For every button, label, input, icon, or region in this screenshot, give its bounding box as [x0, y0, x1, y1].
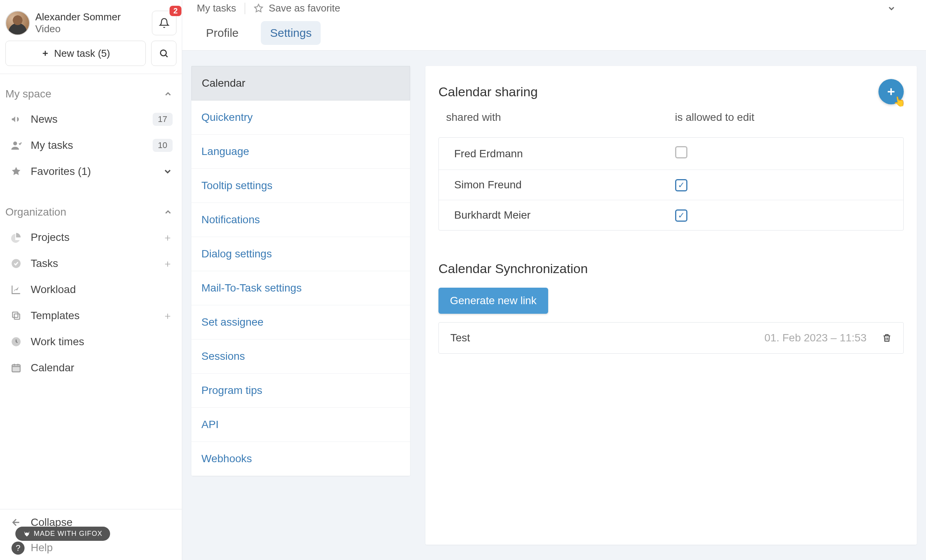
breadcrumb-root[interactable]: My tasks [197, 2, 236, 14]
avatar[interactable] [5, 11, 30, 35]
nav-label: Work times [31, 336, 173, 348]
calendar-icon [9, 361, 23, 375]
sync-title: Calendar Synchronization [438, 261, 904, 276]
separator [245, 3, 245, 14]
plus-icon[interactable]: ＋ [163, 231, 173, 244]
edit-checkbox[interactable]: ✓ [675, 209, 687, 222]
user-icon [9, 138, 23, 152]
sidebar-item-worktimes[interactable]: Work times [0, 329, 182, 355]
chevron-down-icon [163, 166, 173, 176]
notifications-badge: 2 [170, 6, 181, 16]
check-circle-icon [9, 257, 23, 270]
new-task-label: New task (5) [54, 48, 110, 59]
nav-label: My tasks [31, 139, 145, 152]
main: My tasks Save as favorite Profile Settin… [182, 0, 926, 560]
star-outline-icon [254, 3, 264, 13]
settings-nav-quickentry[interactable]: Quickentry [191, 100, 410, 135]
add-sharing-button[interactable]: 👆 [878, 79, 904, 104]
star-icon [9, 165, 23, 178]
nav-label: Tasks [31, 257, 155, 270]
sharing-title: Calendar sharing [438, 84, 538, 99]
user-subtitle: Video [35, 23, 147, 35]
sync-time: 01. Feb 2023 – 11:53 [765, 332, 867, 344]
search-icon [159, 48, 169, 58]
section-org-header[interactable]: Organization [0, 200, 182, 224]
svg-rect-3 [14, 314, 20, 319]
notifications-button[interactable]: 2 [152, 11, 176, 35]
sidebar-item-mytasks[interactable]: My tasks 10 [0, 132, 182, 158]
copy-icon [9, 309, 23, 323]
settings-nav-notifications[interactable]: Notifications [191, 203, 410, 237]
trash-icon[interactable] [882, 333, 892, 343]
section-myspace-header[interactable]: My space [0, 82, 182, 106]
settings-nav-sessions[interactable]: Sessions [191, 339, 410, 374]
nav-badge: 17 [153, 113, 173, 126]
sidebar-item-projects[interactable]: Projects ＋ [0, 224, 182, 250]
share-row: Burkhardt Meier✓ [439, 200, 903, 230]
new-task-button[interactable]: New task (5) [5, 41, 146, 66]
settings-nav-language[interactable]: Language [191, 135, 410, 169]
sync-name: Test [450, 332, 470, 344]
share-row: Fred Erdmann [439, 138, 903, 170]
chevron-down-icon[interactable] [887, 4, 896, 13]
user-name: Alexander Sommer [35, 11, 147, 23]
share-name: Burkhardt Meier [454, 209, 667, 221]
share-name: Simon Freund [454, 179, 667, 191]
sidebar-item-templates[interactable]: Templates ＋ [0, 303, 182, 329]
nav-badge: 10 [153, 139, 173, 152]
tab-profile[interactable]: Profile [197, 21, 248, 45]
top-bar: My tasks Save as favorite Profile Settin… [182, 0, 926, 51]
col-shared-with: shared with [446, 111, 667, 124]
edit-checkbox[interactable] [675, 146, 687, 158]
fox-icon [23, 530, 31, 538]
nav-label: Templates [31, 310, 155, 322]
nav-label: Workload [31, 283, 173, 296]
sync-list: Test01. Feb 2023 – 11:53 [438, 322, 904, 354]
nav-label: Projects [31, 231, 155, 244]
edit-checkbox[interactable]: ✓ [675, 179, 687, 191]
sidebar-item-calendar[interactable]: Calendar [0, 355, 182, 381]
svg-rect-6 [12, 365, 20, 372]
section-org-title: Organization [5, 206, 66, 218]
chevron-up-icon [163, 208, 173, 217]
settings-nav-calendar[interactable]: Calendar [191, 66, 410, 100]
sidebar-item-tasks[interactable]: Tasks ＋ [0, 250, 182, 277]
help-icon[interactable]: ? [12, 542, 25, 555]
chevron-up-icon [163, 89, 173, 99]
nav-label: News [31, 113, 145, 125]
sidebar-item-favorites[interactable]: Favorites (1) [0, 158, 182, 184]
settings-nav-tooltip-settings[interactable]: Tooltip settings [191, 169, 410, 203]
user-info: Alexander Sommer Video [35, 11, 147, 35]
svg-point-1 [13, 142, 17, 145]
tab-settings[interactable]: Settings [261, 21, 321, 45]
megaphone-icon [9, 112, 23, 126]
piechart-icon [9, 231, 23, 244]
settings-nav-webhooks[interactable]: Webhooks [191, 442, 410, 476]
clock-icon [9, 335, 23, 349]
help-label: Help [31, 542, 173, 554]
share-row: Simon Freund✓ [439, 170, 903, 200]
chart-icon [9, 283, 23, 296]
sidebar-item-news[interactable]: News 17 [0, 106, 182, 132]
cursor-icon: 👆 [892, 94, 906, 108]
share-name: Fred Erdmann [454, 148, 667, 160]
col-allowed-edit: is allowed to edit [675, 111, 896, 124]
plus-icon[interactable]: ＋ [163, 309, 173, 323]
sharing-table: Fred ErdmannSimon Freund✓Burkhardt Meier… [438, 137, 904, 231]
generate-link-button[interactable]: Generate new link [438, 288, 548, 314]
settings-nav-mail-to-task-settings[interactable]: Mail-To-Task settings [191, 271, 410, 305]
settings-nav: CalendarQuickentryLanguageTooltip settin… [191, 66, 410, 476]
settings-nav-dialog-settings[interactable]: Dialog settings [191, 237, 410, 271]
sidebar-item-workload[interactable]: Workload [0, 277, 182, 303]
sidebar: Alexander Sommer Video 2 New task (5) My… [0, 0, 182, 560]
settings-nav-api[interactable]: API [191, 408, 410, 442]
nav-label: Favorites (1) [31, 165, 155, 178]
plus-icon[interactable]: ＋ [163, 257, 173, 270]
settings-nav-program-tips[interactable]: Program tips [191, 374, 410, 408]
settings-panel: Calendar sharing 👆 shared with is allowe… [425, 66, 917, 545]
nav-label: Calendar [31, 362, 173, 374]
settings-nav-set-assignee[interactable]: Set assignee [191, 305, 410, 339]
plus-icon [41, 49, 49, 58]
save-favorite-button[interactable]: Save as favorite [254, 2, 878, 14]
search-button[interactable] [151, 41, 176, 66]
